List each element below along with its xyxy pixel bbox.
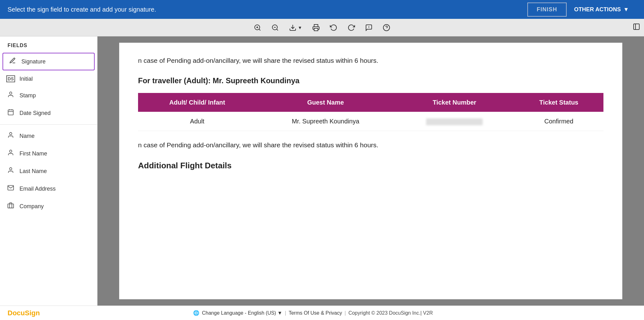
- sidebar-item-initial[interactable]: DS Initial: [0, 71, 97, 87]
- docusign-logo: DocuSign: [8, 309, 40, 317]
- signature-icon: [8, 57, 17, 66]
- traveller-table: Adult/ Child/ Infant Guest Name Ticket N…: [138, 93, 603, 131]
- rotate-right-button[interactable]: [344, 21, 359, 34]
- banner-instruction: Select the sign field to create and add …: [8, 6, 156, 13]
- svg-point-20: [9, 133, 12, 135]
- signature-label: Signature: [21, 58, 46, 65]
- banner-actions: FINISH OTHER ACTIONS ▼: [527, 3, 636, 17]
- initial-label: Initial: [19, 76, 33, 82]
- main-area: FIELDS Signature DS Initial Stamp: [0, 36, 644, 306]
- svg-line-5: [277, 29, 278, 30]
- svg-rect-16: [8, 110, 14, 115]
- sidebar-divider: [0, 124, 97, 125]
- ticket-number-blurred: [426, 118, 483, 125]
- terms-link[interactable]: Terms Of Use & Privacy: [289, 310, 342, 316]
- sidebar-item-date-signed[interactable]: Date Signed: [0, 104, 97, 122]
- rotate-left-button[interactable]: [326, 21, 341, 34]
- print-button[interactable]: [308, 21, 324, 34]
- col-ticket: Ticket Number: [395, 93, 514, 112]
- svg-rect-13: [634, 24, 639, 30]
- svg-point-15: [9, 92, 12, 94]
- row-name: Mr. Supreeth Koundinya: [256, 112, 395, 131]
- finish-button[interactable]: FINISH: [527, 3, 567, 17]
- document-area: n case of Pending add-on/ancillary, we w…: [97, 36, 644, 306]
- globe-icon: 🌐: [193, 310, 199, 316]
- stamp-label: Stamp: [19, 92, 36, 99]
- name-icon: [6, 132, 15, 140]
- svg-line-1: [259, 29, 260, 30]
- svg-rect-23: [8, 204, 14, 208]
- change-language-link[interactable]: Change Language - English (US) ▼: [202, 310, 282, 316]
- svg-rect-8: [314, 28, 318, 31]
- sidebar-item-company[interactable]: Company: [0, 198, 97, 215]
- language-chevron: ▼: [277, 310, 282, 316]
- sidebar-item-signature[interactable]: Signature: [3, 53, 95, 70]
- email-label: Email Address: [19, 186, 56, 192]
- section-title: Additional Flight Details: [138, 159, 603, 172]
- col-type: Adult/ Child/ Infant: [138, 93, 256, 112]
- footer: DocuSign 🌐 Change Language - English (US…: [0, 306, 644, 320]
- row-ticket: [395, 112, 514, 131]
- comment-button[interactable]: [361, 21, 376, 34]
- zoom-out-button[interactable]: [268, 21, 283, 34]
- top-banner: Select the sign field to create and add …: [0, 0, 644, 19]
- company-label: Company: [19, 203, 44, 210]
- first-name-icon: [6, 149, 15, 158]
- email-icon: [6, 184, 15, 193]
- svg-point-22: [9, 168, 12, 170]
- side-panel-icon[interactable]: [633, 23, 640, 32]
- fields-title: FIELDS: [0, 36, 97, 52]
- sidebar-item-last-name[interactable]: Last Name: [0, 162, 97, 180]
- name-label: Name: [19, 133, 35, 139]
- document-content: n case of Pending add-on/ancillary, we w…: [119, 43, 622, 299]
- first-name-label: First Name: [19, 150, 47, 157]
- footer-center: 🌐 Change Language - English (US) ▼ | Ter…: [193, 310, 433, 316]
- sidebar-item-stamp[interactable]: Stamp: [0, 87, 97, 104]
- sidebar-item-email[interactable]: Email Address: [0, 180, 97, 198]
- traveller-header: For traveller (Adult): Mr. Supreeth Koun…: [138, 75, 603, 87]
- zoom-in-button[interactable]: [250, 21, 265, 34]
- initial-icon: DS: [6, 75, 15, 82]
- date-signed-icon: [6, 109, 15, 117]
- sidebar-item-name[interactable]: Name: [0, 127, 97, 145]
- sidebar-item-first-name[interactable]: First Name: [0, 145, 97, 162]
- table-row: Adult Mr. Supreeth Koundinya Confirmed: [138, 112, 603, 131]
- col-guest: Guest Name: [256, 93, 395, 112]
- copyright-text: Copyright © 2023 DocuSign Inc.| V2R: [348, 310, 433, 316]
- download-button[interactable]: ▼: [285, 21, 306, 34]
- other-actions-button[interactable]: OTHER ACTIONS ▼: [567, 3, 636, 16]
- pending-text-2: n case of Pending add-on/ancillary, we w…: [138, 140, 603, 150]
- last-name-icon: [6, 167, 15, 176]
- row-type: Adult: [138, 112, 256, 131]
- help-button[interactable]: [379, 21, 394, 34]
- stamp-icon: [6, 91, 15, 100]
- pending-text-1: n case of Pending add-on/ancillary, we w…: [138, 55, 603, 66]
- toolbar: ▼: [0, 19, 644, 36]
- last-name-label: Last Name: [19, 168, 47, 175]
- company-icon: [6, 202, 15, 211]
- row-status: Confirmed: [514, 112, 603, 131]
- date-signed-label: Date Signed: [19, 110, 51, 117]
- col-status: Ticket Status: [514, 93, 603, 112]
- svg-point-21: [9, 150, 12, 152]
- sidebar: FIELDS Signature DS Initial Stamp: [0, 36, 97, 306]
